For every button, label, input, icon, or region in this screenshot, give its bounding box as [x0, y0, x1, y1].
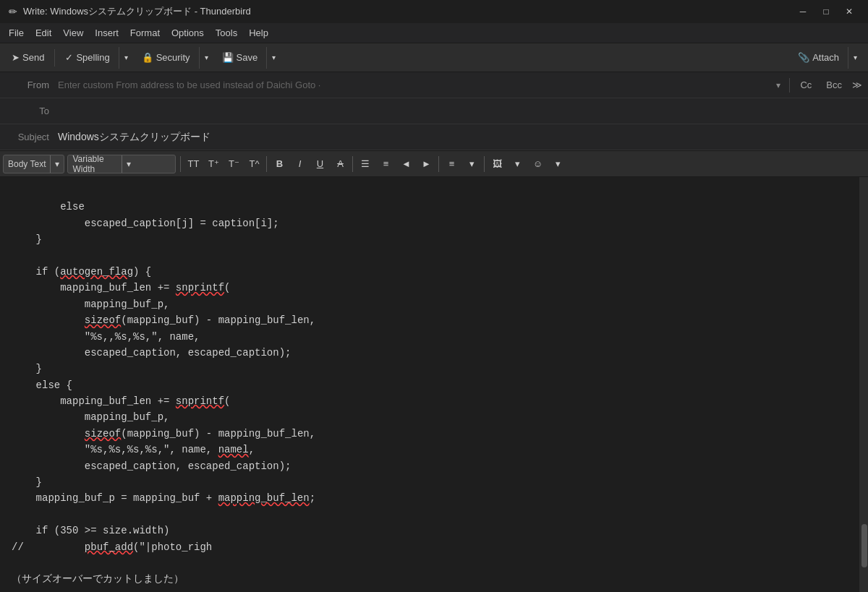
to-input[interactable]	[58, 103, 868, 119]
scrollbar-thumb[interactable]	[861, 524, 867, 567]
vertical-scrollbar[interactable]	[859, 177, 868, 592]
style-dropdown-arrow-icon: ▾	[50, 155, 64, 173]
toolbar: ➤ Send ✓ Spelling ▾ 🔒 Security ▾ 💾 Save …	[0, 43, 868, 72]
fmt-sep-1	[180, 156, 181, 172]
font-size-button[interactable]: TT	[184, 155, 203, 173]
decrease-font-button[interactable]: T⁻	[224, 155, 243, 173]
emoji-button[interactable]: ☺	[528, 155, 547, 173]
spelling-icon: ✓	[65, 52, 73, 63]
italic-button[interactable]: I	[290, 155, 309, 173]
attach-dropdown-button[interactable]: ▾	[848, 47, 862, 69]
to-label: To	[0, 106, 58, 116]
window-title: Write: Windowsシステムクリップボード - Thunderbird	[23, 5, 793, 18]
emoji-dropdown-button[interactable]: ▾	[548, 155, 567, 173]
menu-file[interactable]: File	[3, 25, 30, 40]
maximize-button[interactable]: □	[816, 4, 836, 20]
save-label: Save	[237, 52, 258, 63]
fmt-sep-2	[266, 156, 267, 172]
insert-image-dropdown-button[interactable]: ▾	[508, 155, 527, 173]
save-icon: 💾	[222, 52, 234, 63]
more-header-button[interactable]: ≫	[852, 80, 862, 90]
menu-bar: File Edit View Insert Format Options Too…	[0, 23, 868, 43]
subject-input[interactable]	[58, 129, 868, 146]
from-label: From	[0, 80, 58, 90]
outdent-button[interactable]: ◄	[396, 155, 415, 173]
bold-button[interactable]: B	[270, 155, 289, 173]
menu-options[interactable]: Options	[166, 25, 210, 40]
style-dropdown[interactable]: Body Text ▾	[3, 155, 64, 173]
indent-button[interactable]: ►	[417, 155, 435, 173]
security-label: Security	[156, 52, 190, 63]
security-button[interactable]: 🔒 Security	[136, 47, 196, 69]
bcc-button[interactable]: Bcc	[822, 78, 846, 92]
style-dropdown-label: Body Text	[4, 159, 50, 169]
fmt-sep-3	[352, 156, 353, 172]
menu-tools[interactable]: Tools	[210, 25, 243, 40]
send-button[interactable]: ➤ Send	[6, 47, 50, 69]
bullet-list-button[interactable]: ☰	[356, 155, 375, 173]
from-dropdown-icon[interactable]: ▾	[773, 79, 783, 92]
close-button[interactable]: ✕	[839, 4, 859, 20]
format-toolbar: Body Text ▾ Variable Width ▾ TT T⁺ T⁻ T^…	[0, 151, 868, 177]
attach-icon: 📎	[798, 52, 809, 63]
superscript-button[interactable]: T^	[244, 155, 263, 173]
insert-image-button[interactable]: 🖼	[488, 155, 506, 173]
cc-button[interactable]: Cc	[796, 78, 816, 92]
app-icon: ✏	[9, 6, 17, 17]
minimize-button[interactable]: ─	[793, 4, 813, 20]
menu-edit[interactable]: Edit	[30, 25, 57, 40]
spelling-button[interactable]: ✓ Spelling	[59, 47, 115, 69]
from-separator	[789, 78, 790, 93]
numbered-list-button[interactable]: ≡	[376, 155, 395, 173]
menu-format[interactable]: Format	[124, 25, 166, 40]
to-row: To	[0, 98, 868, 124]
subject-row: Subject	[0, 124, 868, 150]
spelling-label: Spelling	[76, 52, 109, 63]
strikethrough-button[interactable]: A	[331, 155, 349, 173]
editor-content[interactable]: else escaped_caption[j] = caption[i]; } …	[0, 177, 859, 592]
increase-font-button[interactable]: T⁺	[204, 155, 223, 173]
from-extras: ▾ Cc Bcc ≫	[773, 78, 868, 93]
save-dropdown-button[interactable]: ▾	[266, 47, 281, 69]
align-dropdown-button[interactable]: ▾	[462, 155, 481, 173]
editor-area: else escaped_caption[j] = caption[i]; } …	[0, 177, 868, 592]
attach-label: Attach	[812, 52, 839, 63]
underline-button[interactable]: U	[310, 155, 329, 173]
window-controls: ─ □ ✕	[793, 4, 859, 20]
toolbar-separator-1	[54, 49, 55, 67]
from-row: From ▾ Cc Bcc ≫	[0, 72, 868, 98]
header-area: From ▾ Cc Bcc ≫ To Subject	[0, 72, 868, 151]
fmt-sep-5	[484, 156, 485, 172]
menu-help[interactable]: Help	[243, 25, 274, 40]
from-input[interactable]	[58, 77, 773, 93]
security-dropdown-button[interactable]: ▾	[199, 47, 213, 69]
send-label: Send	[22, 52, 44, 63]
lock-icon: 🔒	[142, 52, 153, 63]
font-dropdown-label: Variable Width	[68, 154, 122, 174]
font-dropdown[interactable]: Variable Width ▾	[67, 155, 176, 173]
menu-insert[interactable]: Insert	[89, 25, 124, 40]
fmt-sep-4	[438, 156, 439, 172]
font-dropdown-arrow-icon: ▾	[122, 155, 176, 173]
send-icon: ➤	[12, 52, 20, 63]
align-button[interactable]: ≡	[442, 155, 461, 173]
subject-label: Subject	[0, 132, 58, 142]
title-bar: ✏ Write: Windowsシステムクリップボード - Thunderbir…	[0, 0, 868, 23]
save-button[interactable]: 💾 Save	[216, 47, 264, 69]
attach-button[interactable]: 📎 Attach	[792, 47, 845, 69]
menu-view[interactable]: View	[57, 25, 89, 40]
spelling-dropdown-button[interactable]: ▾	[119, 47, 133, 69]
